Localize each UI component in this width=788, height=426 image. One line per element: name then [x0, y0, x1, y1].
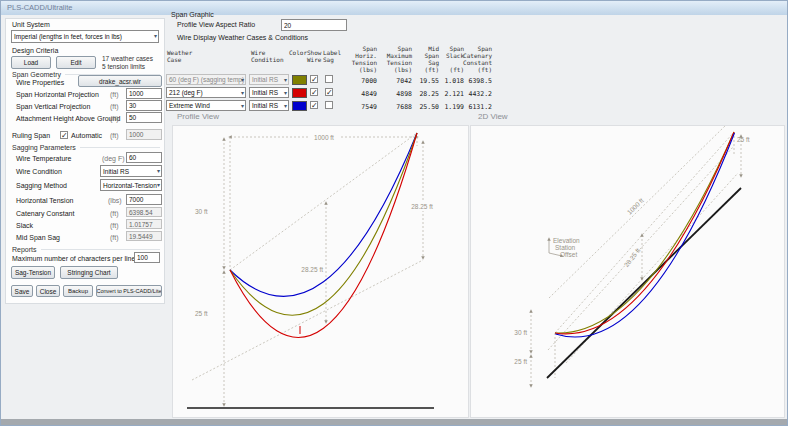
cell: 28.25: [411, 90, 439, 98]
stringing-chart-button[interactable]: Stringing Chart: [60, 266, 118, 279]
cell: 7042: [376, 77, 412, 85]
col-header-catenary: Span: [459, 45, 492, 52]
attachment-height-dim-label: 25 ft: [195, 310, 208, 317]
aspect-ratio-label: Profile View Aspect Ratio: [177, 21, 255, 28]
col-header-wire-2: Condition: [251, 56, 284, 63]
unit-ft: (ft): [110, 234, 119, 241]
axis-label-elevation: Elevation: [553, 237, 580, 244]
label-sag-checkbox-2[interactable]: ✓: [325, 88, 333, 96]
label-sag-checkbox-1[interactable]: [325, 75, 333, 83]
title-bar[interactable]: PLS-CADD/Ultralite: [1, 1, 787, 15]
col-header-show: Show: [307, 49, 321, 56]
sagging-method-label: Sagging Method: [16, 182, 67, 189]
aspect-ratio-input[interactable]: [281, 19, 347, 31]
wire-condition-dropdown[interactable]: Initial RS: [100, 165, 162, 177]
h3: Span: [411, 52, 439, 59]
2d-view-title: 2D View: [478, 112, 508, 121]
cell: 19.55: [411, 77, 439, 85]
ground-line: [547, 188, 741, 378]
save-button[interactable]: Save: [11, 285, 33, 297]
load-button[interactable]: Load: [11, 56, 51, 69]
h5: (ft): [459, 66, 492, 73]
close-button[interactable]: Close: [36, 285, 60, 297]
profile-view-chart: 1000 ft 30 ft 25 ft 28.25 ft 28.25 ft: [173, 126, 470, 419]
sag-tension-button[interactable]: Sag-Tension: [11, 266, 55, 279]
col-header-mid-sag: Mid: [411, 45, 439, 52]
unit-system-label: Unit System: [12, 21, 50, 28]
col-header-label: Label: [323, 49, 341, 56]
span-vertical-projection-input[interactable]: [126, 100, 162, 111]
attachment-height-dim-label: 25 ft: [514, 358, 527, 365]
attachment-height-input[interactable]: [126, 112, 162, 123]
mid-span-sag-label: Mid Span Sag: [16, 234, 60, 241]
color-swatch-2[interactable]: [292, 88, 307, 98]
label-sag-checkbox-3[interactable]: [325, 101, 333, 109]
unit-system-value: Imperial (lengths in feet, forces in lbs…: [14, 33, 122, 40]
unit-ft: (ft): [110, 115, 119, 122]
h1: Horiz.: [341, 52, 377, 59]
wire-properties-button[interactable]: drake_acsr.wir: [78, 75, 162, 87]
slack-value: 1.01757: [126, 219, 162, 229]
color-swatch-1[interactable]: [292, 75, 307, 85]
show-wire-checkbox-1[interactable]: ✓: [310, 75, 318, 83]
vertical-projection-label: 30 ft: [514, 329, 527, 336]
mid-sag-label: 28.25 ft: [623, 247, 642, 269]
span-horizontal-projection-input[interactable]: [126, 88, 162, 99]
wire-condition-label: Wire Condition: [16, 168, 62, 175]
horizontal-tension-input[interactable]: [126, 194, 162, 205]
wire-condition-dropdown-2[interactable]: Initial RS: [249, 87, 289, 98]
convert-button[interactable]: Convert to PLS-CADD/Lite: [96, 285, 162, 297]
profile-view-panel: 1000 ft 30 ft 25 ft 28.25 ft 28.25 ft: [172, 125, 469, 418]
profile-view-title: Profile View: [177, 112, 219, 121]
wire-condition-dropdown-3[interactable]: Initial RS: [249, 100, 289, 111]
show-wire-checkbox-2[interactable]: ✓: [310, 88, 318, 96]
color-swatch-3[interactable]: [292, 101, 307, 111]
backup-button[interactable]: Backup: [63, 285, 93, 297]
unit-ft: (ft): [110, 91, 119, 98]
weather-case-dropdown-3[interactable]: Extreme Wind: [166, 100, 246, 111]
unit-lbs: (lbs): [108, 197, 122, 204]
wire-temperature-label: Wire Temperature: [16, 155, 72, 162]
attachment-height-label: Attachment Height Above Ground: [16, 115, 120, 122]
tension-limits-info: 5 tension limits: [102, 63, 145, 70]
span-length-label: 1000 ft: [626, 197, 645, 216]
wire-curve-extreme-wind: [230, 133, 417, 296]
h3: (ft): [411, 66, 439, 73]
cell: 7688: [376, 103, 412, 111]
weather-case-dropdown-2[interactable]: 212 (deg F): [166, 87, 246, 98]
axis-label-offset: Offset: [560, 251, 577, 258]
col-header-color: Color: [289, 49, 307, 56]
ruling-span-label: Ruling Span: [12, 132, 50, 139]
wire-condition-dropdown-1[interactable]: Initial RS: [249, 74, 289, 85]
wire-curve-212f: [230, 133, 417, 338]
unit-ft: (ft): [110, 132, 119, 139]
unit-degf: (deg F): [102, 155, 125, 162]
unit-ft: (ft): [110, 222, 119, 229]
weather-case-dropdown-1[interactable]: 60 (deg F) (sagging temp): [166, 74, 246, 85]
max-chars-input[interactable]: [134, 252, 160, 263]
wire-curve-sagging: [230, 133, 417, 315]
span-graphic-label: Span Graphic: [171, 11, 214, 18]
unit-system-dropdown[interactable]: Imperial (lengths in feet, forces in lbs…: [11, 30, 159, 43]
edit-button[interactable]: Edit: [56, 56, 96, 69]
cell: 25.50: [411, 103, 439, 111]
catenary-constant-label: Catenary Constant: [16, 210, 74, 217]
slack-label: Slack: [16, 222, 33, 229]
weather-cases-info: 17 weather cases: [102, 55, 153, 62]
col-header-weather: Weather: [167, 49, 192, 56]
h5: Catenary: [459, 52, 492, 59]
wire-temperature-input[interactable]: [126, 152, 162, 163]
wire-display-label: Wire Display Weather Cases & Conditions: [177, 34, 308, 41]
settings-panel: Unit System Imperial (lengths in feet, f…: [5, 18, 165, 304]
sagging-method-dropdown[interactable]: Horizontal-Tension: [100, 179, 162, 191]
mid-span-sag-value: 19.5449: [126, 231, 162, 241]
ruling-span-automatic-checkbox[interactable]: ✓: [60, 131, 68, 139]
h2: (lbs): [376, 66, 412, 73]
window-bottom-edge: [1, 419, 787, 426]
show-wire-checkbox-3[interactable]: ✓: [310, 101, 318, 109]
h3: Sag: [411, 59, 439, 66]
h2: Maximum: [376, 52, 412, 59]
col-header-horiz-tension: Span: [341, 45, 377, 52]
cell: 4432.2: [459, 90, 492, 98]
col-header-label-2: Sag: [323, 56, 334, 63]
